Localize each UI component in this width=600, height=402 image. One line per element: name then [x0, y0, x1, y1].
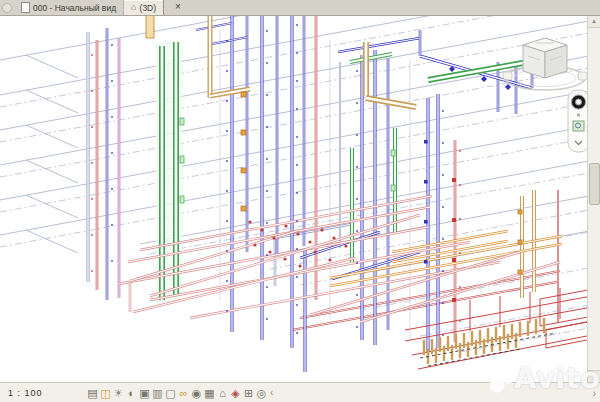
- sun-path-icon[interactable]: ☀: [112, 384, 125, 402]
- worksharing-display-icon[interactable]: ◎: [255, 384, 268, 402]
- shadows-icon[interactable]: ◐: [125, 384, 138, 402]
- pan-icon: [577, 113, 581, 117]
- reveal-constraints-icon[interactable]: ⊞: [242, 384, 255, 402]
- window-icon: [2, 3, 12, 13]
- detail-level-icon[interactable]: ▤: [86, 384, 99, 402]
- crop-view-icon[interactable]: ▥: [151, 384, 164, 402]
- view-document-icon: [21, 2, 30, 13]
- photo-rendering-icon[interactable]: ▣: [138, 384, 151, 402]
- steering-wheel-icon: [572, 95, 586, 109]
- temporary-view-properties-icon[interactable]: ▦: [203, 384, 216, 402]
- avito-logo: [490, 360, 514, 396]
- show-crop-region-icon[interactable]: ▢: [164, 384, 177, 402]
- reveal-hidden-elements-icon[interactable]: ◉: [190, 384, 203, 402]
- collapse-icon[interactable]: ‹: [270, 387, 273, 398]
- visual-style-icon[interactable]: ◫: [99, 384, 112, 402]
- viewcube-cube: [523, 38, 567, 78]
- revit-window: 000 - Начальный вид ⌂ (3D) ×: [0, 0, 600, 402]
- tab-start-view[interactable]: 000 - Начальный вид: [14, 0, 124, 15]
- 3d-view-icon: ⌂: [131, 3, 136, 12]
- highlight-displacement-icon[interactable]: ◈: [229, 384, 242, 402]
- hide-analytical-model-icon[interactable]: ⌂: [216, 384, 229, 402]
- tab-3d-view-label: (3D): [140, 3, 157, 13]
- temporary-hide-isolate-icon[interactable]: ∞: [177, 384, 190, 402]
- scrollbar-thumb[interactable]: [589, 163, 600, 205]
- vertical-scrollbar[interactable]: ▲ ▼: [587, 15, 600, 383]
- mep-pipes: [88, 6, 562, 372]
- avito-watermark: Avito: [490, 360, 600, 396]
- zoom-icon: [573, 121, 584, 131]
- scroll-up-icon[interactable]: ▲: [588, 15, 600, 28]
- view-tab-bar: 000 - Начальный вид ⌂ (3D) ×: [0, 0, 600, 16]
- watermark-text: Avito: [514, 361, 600, 395]
- model-canvas[interactable]: ▲ ▼ Avito: [0, 15, 600, 383]
- tab-start-view-label: 000 - Начальный вид: [33, 3, 116, 13]
- tab-3d-view[interactable]: ⌂ (3D): [124, 0, 164, 15]
- close-view-icon[interactable]: ×: [170, 0, 186, 15]
- scale-control[interactable]: 1 : 100: [8, 388, 86, 398]
